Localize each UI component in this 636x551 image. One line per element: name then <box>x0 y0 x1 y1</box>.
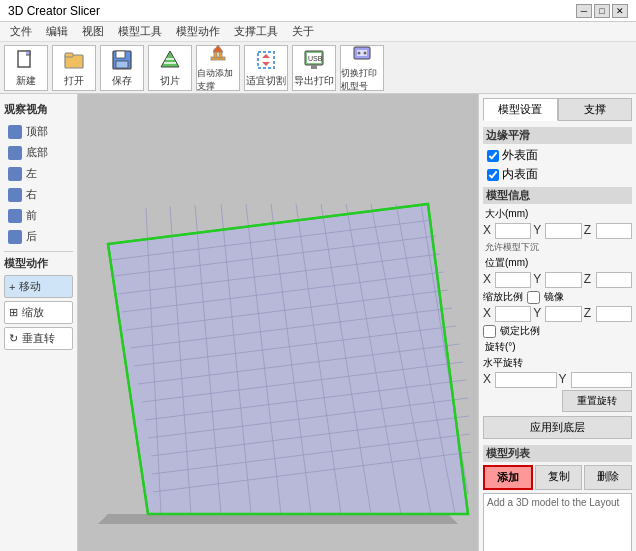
model-list-area: Add a 3D model to the Layout <box>483 493 632 551</box>
title-bar: 3D Creator Slicer ─ □ ✕ <box>0 0 636 22</box>
view-right-icon <box>8 188 22 202</box>
h-rotate-label: 水平旋转 <box>483 356 523 370</box>
menu-bar: 文件 编辑 视图 模型工具 模型动作 支撑工具 关于 <box>0 22 636 42</box>
size-y-input[interactable] <box>545 223 581 239</box>
view-left[interactable]: 左 <box>4 163 73 184</box>
view-right-label: 右 <box>26 187 37 202</box>
move-icon: + <box>9 281 15 293</box>
save-icon <box>110 48 134 72</box>
export-icon: USB <box>302 48 326 72</box>
rotate-action-btn[interactable]: ↻ 垂直转 <box>4 327 73 350</box>
pos-x-input[interactable] <box>495 272 531 288</box>
outer-surface-row: 外表面 <box>483 147 632 164</box>
apply-button[interactable]: 应用到底层 <box>483 416 632 439</box>
size-x-input[interactable] <box>495 223 531 239</box>
right-panel: 模型设置 支撑 边缘平滑 外表面 内表面 模型信息 大小(mm) X Y Z 允… <box>478 94 636 551</box>
view-section-title: 观察视角 <box>4 102 73 117</box>
menu-view[interactable]: 视图 <box>76 22 110 41</box>
svg-marker-25 <box>98 514 458 524</box>
view-top-icon <box>8 125 22 139</box>
menu-file[interactable]: 文件 <box>4 22 38 41</box>
lock-scale-row: 锁定比例 <box>483 324 632 338</box>
rotate-x-label: X <box>483 372 493 388</box>
auto-support-button[interactable]: 自动添加支撑 <box>196 45 240 91</box>
menu-edit[interactable]: 编辑 <box>40 22 74 41</box>
menu-model-tools[interactable]: 模型工具 <box>112 22 168 41</box>
view-top-label: 顶部 <box>26 124 48 139</box>
left-panel: 观察视角 顶部 底部 左 右 前 后 模型动作 <box>0 94 78 551</box>
mirror-label: 镜像 <box>544 290 564 304</box>
reset-rotate-button[interactable]: 重置旋转 <box>562 390 632 412</box>
menu-about[interactable]: 关于 <box>286 22 320 41</box>
new-button[interactable]: 新建 <box>4 45 48 91</box>
mirror-checkbox[interactable] <box>527 291 540 304</box>
scale-z-label: Z <box>584 306 594 322</box>
inner-surface-checkbox[interactable] <box>487 169 499 181</box>
menu-model-action[interactable]: 模型动作 <box>170 22 226 41</box>
view-bottom[interactable]: 底部 <box>4 142 73 163</box>
slice-label: 切片 <box>160 74 180 88</box>
model-info-title: 模型信息 <box>483 187 632 204</box>
svg-rect-9 <box>211 57 225 60</box>
pos-x-label: X <box>483 272 493 288</box>
pos-z-input[interactable] <box>596 272 632 288</box>
scale-z-input[interactable] <box>596 306 632 322</box>
toolbar: 新建 打开 保存 切片 自动添加支撑 适宜切割 USB 导出打印 <box>0 42 636 94</box>
auto-support-label: 自动添加支撑 <box>197 67 239 93</box>
minimize-button[interactable]: ─ <box>576 4 592 18</box>
tab-model-settings[interactable]: 模型设置 <box>483 98 558 121</box>
switch-printer-button[interactable]: 切换打印机型号 <box>340 45 384 91</box>
slice-icon <box>158 48 182 72</box>
view-top[interactable]: 顶部 <box>4 121 73 142</box>
scale-label: 缩放 <box>22 305 44 320</box>
view-right[interactable]: 右 <box>4 184 73 205</box>
menu-support-tools[interactable]: 支撑工具 <box>228 22 284 41</box>
fit-label: 适宜切割 <box>246 74 286 88</box>
rotate-xy-row: X Y <box>483 372 632 388</box>
scale-y-input[interactable] <box>545 306 581 322</box>
auto-support-icon <box>206 43 230 65</box>
view-front-label: 前 <box>26 208 37 223</box>
viewport[interactable] <box>78 94 478 551</box>
size-y-label: Y <box>533 223 543 239</box>
pos-y-input[interactable] <box>545 272 581 288</box>
size-z-input[interactable] <box>596 223 632 239</box>
pos-xyz-row: X Y Z <box>483 272 632 288</box>
scale-x-input[interactable] <box>495 306 531 322</box>
add-model-button[interactable]: 添加 <box>483 465 533 490</box>
scale-icon: ⊞ <box>9 306 18 319</box>
open-button[interactable]: 打开 <box>52 45 96 91</box>
export-button[interactable]: USB 导出打印 <box>292 45 336 91</box>
save-button[interactable]: 保存 <box>100 45 144 91</box>
view-left-icon <box>8 167 22 181</box>
rotate-y-input[interactable] <box>571 372 633 388</box>
size-hint: 允许模型下沉 <box>483 241 632 254</box>
svg-marker-12 <box>213 45 223 52</box>
delete-model-button[interactable]: 删除 <box>584 465 632 490</box>
title-controls: ─ □ ✕ <box>576 4 628 18</box>
svg-rect-2 <box>65 53 73 57</box>
view-back[interactable]: 后 <box>4 226 73 247</box>
move-action-btn[interactable]: + 移动 <box>4 275 73 298</box>
svg-marker-14 <box>262 54 270 58</box>
fit-button[interactable]: 适宜切割 <box>244 45 288 91</box>
lock-scale-checkbox[interactable] <box>483 325 496 338</box>
slice-button[interactable]: 切片 <box>148 45 192 91</box>
pos-label: 位置(mm) <box>483 256 632 270</box>
close-button[interactable]: ✕ <box>612 4 628 18</box>
outer-surface-checkbox[interactable] <box>487 150 499 162</box>
new-label: 新建 <box>16 74 36 88</box>
maximize-button[interactable]: □ <box>594 4 610 18</box>
rotate-x-input[interactable] <box>495 372 557 388</box>
view-bottom-icon <box>8 146 22 160</box>
copy-model-button[interactable]: 复制 <box>535 465 583 490</box>
switch-printer-icon <box>350 43 374 65</box>
view-front[interactable]: 前 <box>4 205 73 226</box>
export-label: 导出打印 <box>294 74 334 88</box>
scale-y-label: Y <box>533 306 543 322</box>
view-front-icon <box>8 209 22 223</box>
scale-action-btn[interactable]: ⊞ 缩放 <box>4 301 73 324</box>
tab-support[interactable]: 支撑 <box>558 98 633 121</box>
rotate-y-label: Y <box>559 372 569 388</box>
fit-icon <box>254 48 278 72</box>
